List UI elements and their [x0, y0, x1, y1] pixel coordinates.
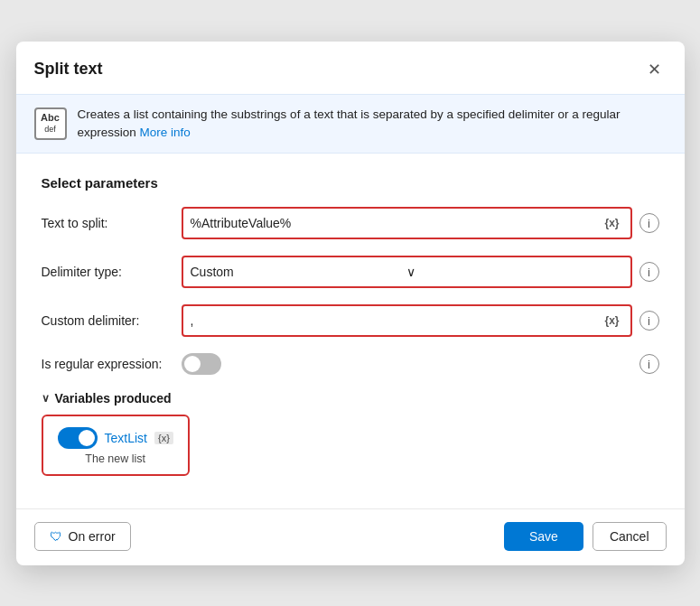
text-to-split-var-btn[interactable]: {x} [601, 215, 622, 231]
shield-icon: 🛡 [50, 529, 62, 544]
delimiter-type-control: Custom ∨ i [182, 256, 659, 288]
text-to-split-input-wrap: {x} [182, 207, 632, 239]
custom-delimiter-row: Custom delimiter: {x} i [42, 304, 659, 337]
dialog-title: Split text [34, 60, 103, 79]
text-to-split-row: Text to split: {x} i [42, 207, 659, 239]
footer-left: 🛡 On error [34, 522, 131, 551]
is-regex-toggle-wrap [182, 353, 221, 375]
custom-delimiter-control: {x} i [182, 304, 659, 337]
variable-card-row: TextList {x} [58, 427, 173, 449]
on-error-label: On error [69, 529, 116, 544]
delimiter-type-info-icon[interactable]: i [639, 262, 659, 282]
is-regex-row: Is regular expression: i [42, 353, 659, 375]
text-to-split-info-icon[interactable]: i [639, 213, 659, 233]
variable-toggle-thumb [79, 430, 95, 446]
close-button[interactable]: ✕ [642, 58, 667, 81]
more-info-link[interactable]: More info [140, 126, 191, 139]
variable-description: The new list [85, 452, 145, 465]
dialog-header: Split text ✕ [16, 42, 685, 94]
is-regex-info-icon[interactable]: i [639, 354, 659, 374]
is-regex-toggle[interactable] [182, 353, 221, 375]
delimiter-type-value: Custom [191, 265, 407, 279]
info-banner: Abcdef Creates a list containing the sub… [16, 94, 685, 154]
custom-delimiter-input-wrap: {x} [182, 304, 632, 337]
is-regex-label: Is regular expression: [42, 357, 182, 371]
custom-delimiter-input[interactable] [191, 313, 602, 328]
abc-icon: Abcdef [34, 107, 67, 140]
footer-right: Save Cancel [504, 522, 667, 551]
variable-toggle[interactable] [58, 427, 98, 449]
variable-icon: {x} [154, 432, 173, 444]
save-button[interactable]: Save [504, 522, 583, 551]
section-title: Select parameters [42, 175, 659, 191]
custom-delimiter-label: Custom delimiter: [42, 313, 182, 328]
text-to-split-control: {x} i [182, 207, 659, 239]
dialog-footer: 🛡 On error Save Cancel [16, 508, 685, 565]
delimiter-type-row: Delimiter type: Custom ∨ i [42, 256, 659, 288]
custom-delimiter-info-icon[interactable]: i [639, 311, 659, 331]
delimiter-type-select[interactable]: Custom ∨ [182, 256, 632, 288]
is-regex-control: i [182, 353, 659, 375]
custom-delimiter-var-btn[interactable]: {x} [601, 312, 622, 329]
chevron-down-icon: ∨ [406, 265, 623, 279]
variable-card: TextList {x} The new list [42, 415, 190, 476]
split-text-dialog: Split text ✕ Abcdef Creates a list conta… [16, 42, 685, 565]
dialog-body: Select parameters Text to split: {x} i D… [16, 154, 685, 501]
variables-header[interactable]: ∨ Variables produced [42, 391, 659, 406]
variables-title: Variables produced [55, 391, 172, 406]
cancel-button[interactable]: Cancel [593, 522, 667, 551]
delimiter-type-label: Delimiter type: [42, 265, 182, 279]
text-to-split-input[interactable] [191, 216, 602, 230]
variables-section: ∨ Variables produced TextList {x} The ne… [42, 391, 659, 476]
info-text: Creates a list containing the substrings… [78, 106, 667, 143]
variables-chevron-icon: ∨ [42, 392, 50, 405]
close-icon: ✕ [648, 60, 661, 79]
text-to-split-label: Text to split: [42, 216, 182, 230]
on-error-button[interactable]: 🛡 On error [34, 522, 131, 551]
variable-name[interactable]: TextList [105, 431, 147, 445]
